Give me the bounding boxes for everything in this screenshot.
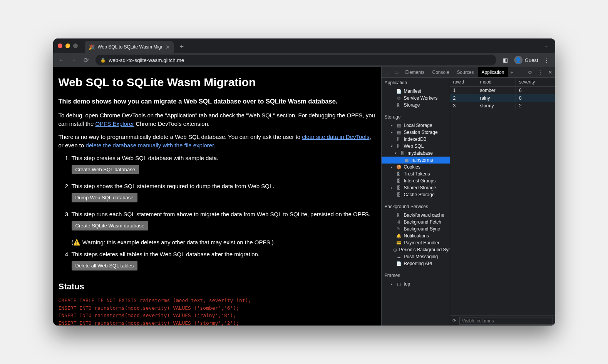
storage-item-interest-groups[interactable]: 🗄Interest Groups [382,177,450,184]
create-sqlite-wasm-button[interactable]: Create SQLite Wasm database [72,221,148,230]
devtools-tab-elements[interactable]: Elements [402,67,429,77]
bg-item-background-fetch[interactable]: ⇵Background Fetch [382,219,450,225]
devtools-main: rowidmoodseverity 1somber62rainy83stormy… [450,78,555,326]
tree-item-icon: 🗄 [396,103,402,107]
tree-item-icon: ▢ [396,282,402,287]
bg-item-push-messaging[interactable]: ☁Push Messaging [382,253,450,260]
close-window-icon[interactable] [58,43,62,48]
bg-item-back-forward-cache[interactable]: 🗄Back/forward cache [382,212,450,219]
bg-item-periodic-background-sync[interactable]: ◷Periodic Background Sync [382,246,450,253]
reload-button[interactable]: ⟳ [81,55,92,65]
web-page: Web SQL to SQLite Wasm Migration This de… [53,67,381,326]
col-rowid[interactable]: rowid [450,78,477,86]
table-row[interactable]: 1somber6 [450,87,555,94]
storage-item-local-storage[interactable]: ▸▤Local Storage [382,122,450,129]
tree-item-icon: ⇵ [396,220,402,225]
dump-websql-button[interactable]: Dump Web SQL database [72,193,137,202]
tree-item-label: Service Workers [404,95,438,101]
clear-site-data-link[interactable]: clear site data in DevTools [302,134,369,140]
tree-item-icon: 🔔 [396,234,402,239]
tree-item-label: Manifest [404,88,421,94]
tree-item-label: Cookies [404,164,420,170]
frames-item-top[interactable]: ▸▢top [382,281,450,287]
storage-item-session-storage[interactable]: ▸▤Session Storage [382,129,450,136]
tree-item-icon: 🗄 [396,172,402,176]
table-row[interactable]: 2rainy8 [450,94,555,102]
storage-item-trust-tokens[interactable]: 🗄Trust Tokens [382,170,450,177]
browser-menu-icon[interactable]: ⋮ [541,57,552,64]
devtools-more-tabs-icon[interactable]: » [508,67,515,77]
storage-item-web-sql[interactable]: ▾🗄Web SQL [382,143,450,150]
create-websql-button[interactable]: Create Web SQL database [72,165,139,174]
tree-item-icon: 📄 [396,89,402,94]
tab-favicon: 🎉 [89,44,95,50]
refresh-icon[interactable]: ⟳ [452,318,456,324]
col-mood[interactable]: mood [477,78,516,86]
devtools-tab-sources[interactable]: Sources [453,67,478,77]
devtools-body: Application📄Manifest⚙Service Workers🗄Sto… [382,78,555,326]
delete-db-manually-link[interactable]: delete the database manually with the fi… [85,142,214,149]
storage-item-mydatabase[interactable]: ▾🗄mydatabase [382,150,450,157]
side-panel-icon[interactable]: ◧ [500,55,511,65]
storage-item-cookies[interactable]: ▸🍪Cookies [382,164,450,170]
table-cell: somber [477,87,516,94]
bg-item-notifications[interactable]: 🔔Notifications [382,232,450,239]
new-tab-button[interactable]: + [180,43,184,51]
col-severity[interactable]: severity [516,78,555,86]
bg-item-payment-handler[interactable]: 💳Payment Handler [382,239,450,246]
storage-item-cache-storage[interactable]: 🗄Cache Storage [382,191,450,198]
tree-item-icon: ⚙ [396,96,402,101]
devtools-tab-application[interactable]: Application [478,67,508,77]
tree-item-icon: ☁ [396,254,402,259]
opfs-explorer-link[interactable]: OPFS Explorer [95,120,134,127]
tree-item-icon: 📄 [396,261,402,266]
section-application: Application [382,78,450,88]
tree-item-label: top [404,281,410,287]
tree-item-label: Payment Handler [404,240,440,245]
section-storage: Storage [382,112,450,122]
storage-item-shared-storage[interactable]: ▸🗄Shared Storage [382,184,450,191]
delete-websql-tables-button[interactable]: Delete all Web SQL tables [72,261,138,270]
bg-item-background-sync[interactable]: ↻Background Sync [382,225,450,232]
step-2: This step shows the SQL statements requi… [72,182,376,206]
close-tab-icon[interactable]: ✕ [166,44,170,50]
profile-button[interactable]: 👤 Guest [512,56,541,64]
url-text: web-sql-to-sqlite-wasm.glitch.me [109,57,184,63]
content-area: Web SQL to SQLite Wasm Migration This de… [53,67,555,326]
visible-columns-input[interactable] [459,317,553,325]
page-subtitle: This demo shows how you can migrate a We… [59,97,376,106]
browser-tab[interactable]: 🎉 Web SQL to SQLite Wasm Migr ✕ [85,41,174,53]
storage-item-rainstorms[interactable]: ▦rainstorms [382,157,450,164]
tree-item-icon: 🗄 [396,179,402,183]
tree-item-label: Cache Storage [404,192,435,197]
table-row[interactable]: 3stormy2 [450,102,555,110]
sql-output: CREATE TABLE IF NOT EXISTS rainstorms (m… [59,297,376,326]
devtools-settings-icon[interactable]: ⚙ [525,67,535,77]
app-item-manifest[interactable]: 📄Manifest [382,88,450,95]
table-cell: 2 [450,94,477,102]
table-cell: 2 [516,102,555,110]
app-item-storage[interactable]: 🗄Storage [382,102,450,109]
bg-item-reporting-api[interactable]: 📄Reporting API [382,260,450,267]
table-body: 1somber62rainy83stormy2 [450,87,555,316]
address-bar[interactable]: 🔒 web-sql-to-sqlite-wasm.glitch.me [95,55,496,65]
tab-list-chevron-icon[interactable]: ⌄ [544,43,551,48]
tree-item-label: Notifications [404,233,429,239]
devtools-footer: ⟳ [450,316,555,326]
maximize-window-icon[interactable] [73,43,78,48]
minimize-window-icon[interactable] [65,43,70,48]
app-item-service-workers[interactable]: ⚙Service Workers [382,95,450,102]
tree-item-label: Push Messaging [404,254,438,259]
inspect-element-icon[interactable]: ⬚ [382,67,392,77]
devtools-menu-icon[interactable]: ⋮ [535,67,545,77]
devtools-close-icon[interactable]: ✕ [545,67,555,77]
back-button[interactable]: ← [56,55,67,65]
tree-item-icon: 💳 [396,240,402,245]
page-title: Web SQL to SQLite Wasm Migration [59,74,376,91]
storage-item-indexeddb[interactable]: 🗄IndexedDB [382,136,450,143]
devtools-tab-console[interactable]: Console [429,67,453,77]
device-toolbar-icon[interactable]: ▭ [392,67,402,77]
tree-item-icon: ↻ [396,227,402,232]
tree-item-icon: 🍪 [396,165,402,170]
forward-button[interactable]: → [69,55,79,65]
